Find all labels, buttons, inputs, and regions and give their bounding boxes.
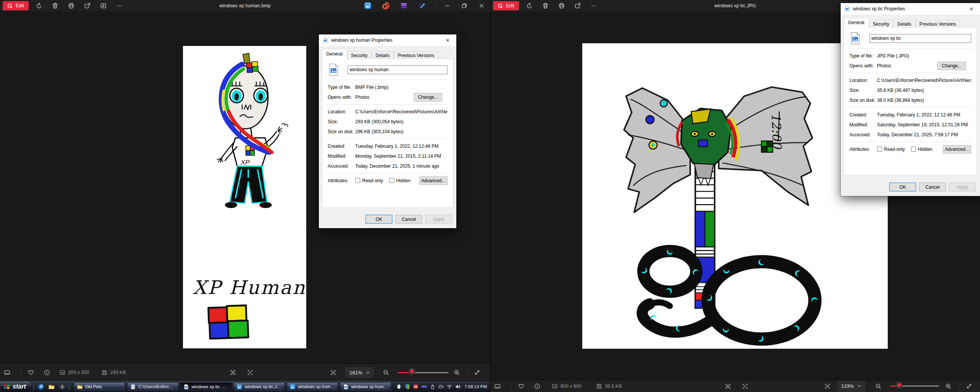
system-tray: 7:58:13 PM [391,381,490,392]
taskbar-button-bc-properties[interactable]: windows xp bc Pr... [180,382,232,391]
text-actions-button[interactable] [247,369,253,376]
taskbar-button-bc-jpg[interactable]: windows xp bc.JPG [234,382,285,391]
browser-quicklaunch-icon[interactable] [37,383,44,390]
controller-tray-icon[interactable] [421,384,427,390]
apply-button[interactable]: Apply [425,215,452,224]
explorer-quicklaunch-icon[interactable] [47,383,55,390]
advanced-button[interactable]: Advanced... [943,145,971,154]
readonly-checkbox[interactable] [355,178,360,183]
fullscreen-button[interactable] [474,369,480,376]
print-icon [558,2,565,9]
dialog-close-button[interactable]: ✕ [963,3,980,15]
readonly-checkbox[interactable] [877,147,882,152]
minimize-icon [444,2,451,9]
swirl-app-icon[interactable] [382,2,390,10]
filename-input[interactable] [869,34,971,43]
zoom-out-button[interactable] [875,383,882,389]
info-button[interactable] [44,369,50,376]
photo-edit-app-icon[interactable] [364,2,372,10]
dialog-titlebar[interactable]: windows xp human Properties ✕ [319,34,456,46]
change-button[interactable]: Change... [938,62,966,70]
slideshow-button[interactable] [98,1,109,11]
zoom-in-button[interactable] [454,369,460,376]
hidden-checkbox[interactable] [911,147,916,152]
taskbar-clock[interactable]: 7:58:13 PM [464,384,487,389]
zoom-out-button[interactable] [383,369,389,376]
power-tray-icon[interactable] [438,384,444,390]
favorite-button[interactable] [518,383,524,389]
minimize-button[interactable] [438,0,456,11]
print-button[interactable] [65,1,77,11]
taskbar-button-human-properties[interactable]: windows xp huma... [340,382,391,391]
filmstrip-icon [4,369,10,376]
zoom-slider-thumb[interactable] [897,383,901,387]
advanced-button[interactable]: Advanced... [419,176,448,185]
cancel-button[interactable]: Cancel [395,215,422,224]
visual-search-button[interactable] [230,369,236,376]
edit-button[interactable]: Edit [493,1,519,10]
zoom-percent-dropdown[interactable]: 133% [837,381,866,392]
field-label: Size on disk: [328,129,355,134]
divider [848,48,973,49]
more-button[interactable] [588,1,599,11]
edit-button[interactable]: Edit [3,1,29,10]
wifi-tray-icon[interactable] [446,384,452,390]
more-button[interactable] [114,1,125,11]
share-button[interactable] [82,1,93,11]
tab-general[interactable]: General [844,18,869,28]
volume-tray-icon[interactable] [454,384,461,390]
fit-to-window-button[interactable] [330,369,336,376]
chevron-down-icon [858,385,861,387]
text-actions-button[interactable] [742,383,748,389]
field-value: Photos [877,63,891,69]
apply-button[interactable]: Apply [949,183,976,191]
field-value: BMP File (.bmp) [355,85,388,90]
share-button[interactable] [572,1,583,11]
pen-app-icon[interactable] [418,2,426,10]
delete-button[interactable] [540,1,551,11]
delete-button[interactable] [49,1,61,11]
info-button[interactable] [534,383,541,389]
edit-button-label: Edit [16,3,24,8]
taskbar-button-old-pets[interactable]: Old Pets [74,382,125,391]
favorite-button[interactable] [28,369,34,376]
mega-tray-icon[interactable] [412,384,419,390]
usb-tray-icon[interactable] [429,384,436,390]
hidden-checkbox[interactable] [389,178,394,183]
fullscreen-button[interactable] [966,383,972,389]
visual-search-button[interactable] [725,383,731,389]
taskbar-button-human-bmp[interactable]: windows xp huma... [287,382,338,391]
ok-button[interactable]: OK [366,215,392,224]
edit-button-label: Edit [506,3,514,8]
info-icon [534,383,541,389]
taskbar-button-users-folder[interactable]: C:\Users\Enforcer... [127,382,178,391]
zoom-slider-thumb[interactable] [410,369,414,373]
security-shield-tray-icon[interactable] [404,384,410,390]
rotate-button[interactable] [33,1,45,11]
tab-general[interactable]: General [322,49,347,59]
filmstrip-toggle[interactable] [494,383,501,389]
filename-input[interactable] [348,65,448,74]
image-file-icon [328,63,339,76]
filmstrip-toggle[interactable] [4,369,10,376]
field-label: Attributes: [849,147,877,152]
zoom-in-button[interactable] [945,383,952,389]
help-quicklaunch-icon[interactable]: ? [58,383,66,390]
mouse-tray-icon[interactable] [395,384,402,390]
zoom-slider[interactable] [398,369,449,376]
close-button[interactable] [473,0,490,11]
cancel-button[interactable]: Cancel [919,183,946,191]
ok-button[interactable]: OK [889,183,916,191]
zoom-percent-dropdown[interactable]: 161% [345,367,374,378]
layer-stack-app-icon[interactable] [400,2,408,10]
change-button[interactable]: Change... [414,93,442,101]
fit-to-window-button[interactable] [824,383,831,389]
dialog-titlebar[interactable]: windows xp bc Properties ✕ [841,3,980,15]
zoom-slider[interactable] [890,382,939,390]
rotate-button[interactable] [524,1,535,11]
print-button[interactable] [556,1,567,11]
start-button[interactable]: start [0,381,31,392]
restore-button[interactable] [456,0,473,11]
general-tab-page: Type of file:JPG File (.JPG) Opens with:… [844,27,977,176]
dialog-close-button[interactable]: ✕ [439,34,456,46]
